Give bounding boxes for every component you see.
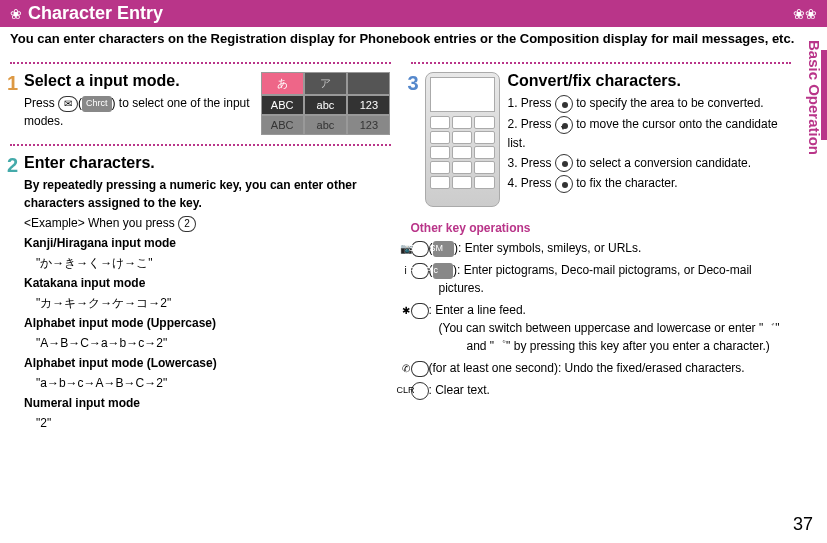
mode-tab: 123 bbox=[347, 115, 390, 135]
clover-icon-right: ❀❀ bbox=[793, 6, 817, 22]
dpad-down-icon bbox=[555, 116, 573, 134]
softkey-label: Chrct bbox=[82, 96, 112, 112]
text: Press bbox=[521, 156, 555, 170]
text: to fix the character. bbox=[573, 176, 678, 190]
mode-tab: abc bbox=[304, 115, 347, 135]
text: Press bbox=[521, 96, 555, 110]
extra-desc: (You can switch between uppercase and lo… bbox=[467, 319, 792, 355]
call-key-icon: ✆ bbox=[411, 361, 429, 377]
text: Press bbox=[24, 96, 58, 110]
step-body: Convert/fix characters. 1. Press to spec… bbox=[508, 72, 792, 207]
mode-tab: ABC bbox=[261, 115, 304, 135]
main-content: 1 Select a input mode. Press ✉(Chrct) to… bbox=[0, 54, 827, 446]
mode-name: Katakana input mode bbox=[24, 274, 391, 292]
desc: : Clear text. bbox=[429, 383, 490, 397]
step-number: 2 bbox=[7, 154, 18, 177]
numeric-key-2: 2 bbox=[178, 216, 196, 232]
mode-tab: ABC bbox=[261, 95, 304, 115]
other-item: 📷(SB・SM): Enter symbols, smileys, or URL… bbox=[411, 239, 792, 257]
mode-seq: "2" bbox=[36, 414, 391, 432]
phone-illustration bbox=[425, 72, 500, 207]
mode-name: Alphabet input mode (Lowercase) bbox=[24, 354, 391, 372]
clr-key-icon: CLR bbox=[411, 382, 429, 400]
text: to select a conversion candidate. bbox=[573, 156, 751, 170]
text: Press bbox=[521, 117, 555, 131]
separator bbox=[411, 62, 792, 64]
mode-tab: あ bbox=[261, 72, 304, 95]
list-num: 1. bbox=[508, 96, 518, 110]
step-3: 3 Convert/fix characters. 1. Press bbox=[411, 72, 792, 207]
mail-key-icon: ✉ bbox=[58, 96, 78, 112]
other-item: ✆(for at least one second): Undo the fix… bbox=[411, 359, 792, 377]
mode-name: Kanji/Hiragana input mode bbox=[24, 234, 391, 252]
step-2: 2 Enter characters. By repeatedly pressi… bbox=[10, 154, 391, 432]
dpad-icon bbox=[555, 154, 573, 172]
dpad-center-icon bbox=[555, 175, 573, 193]
step-title: Convert/fix characters. bbox=[508, 72, 792, 90]
mode-seq: "a→b→c→A→B→C→2" bbox=[36, 374, 391, 392]
intro-text: You can enter characters on the Registra… bbox=[0, 27, 827, 54]
separator bbox=[10, 62, 391, 64]
mode-tab: 123 bbox=[347, 95, 390, 115]
other-item: ✱: Enter a line feed. (You can switch be… bbox=[411, 301, 792, 355]
mode-name: Numeral input mode bbox=[24, 394, 391, 412]
mode-name: Alphabet input mode (Uppercase) bbox=[24, 314, 391, 332]
step-1: 1 Select a input mode. Press ✉(Chrct) to… bbox=[10, 72, 391, 130]
softkey-pill: SB・SM bbox=[433, 241, 455, 257]
list-num: 4. bbox=[508, 176, 518, 190]
step-body: Press ✉(Chrct) to select one of the inpu… bbox=[24, 94, 264, 130]
mode-seq: "A→B→C→a→b→c→2" bbox=[36, 334, 391, 352]
separator bbox=[10, 144, 391, 146]
input-mode-tabs-image: あ ア ABC abc 123 ABC abc 123 bbox=[261, 72, 391, 135]
page-number: 37 bbox=[793, 514, 813, 535]
header-bar: ❀ Character Entry ❀❀ bbox=[0, 0, 827, 27]
mode-tab: abc bbox=[304, 95, 347, 115]
other-operations-heading: Other key operations bbox=[411, 221, 792, 235]
mode-tab: ア bbox=[304, 72, 347, 95]
step-number: 1 bbox=[7, 72, 18, 95]
clover-icon: ❀ bbox=[10, 6, 22, 22]
mode-seq: "カ→キ→ク→ケ→コ→2" bbox=[36, 294, 391, 312]
right-column: 3 Convert/fix characters. 1. Press bbox=[411, 54, 818, 446]
dpad-icon bbox=[555, 95, 573, 113]
desc: : Enter a line feed. bbox=[429, 303, 526, 317]
softkey-pill: Pi・Pic bbox=[433, 263, 454, 279]
left-column: 1 Select a input mode. Press ✉(Chrct) to… bbox=[10, 54, 391, 446]
other-item: i(Pi・Pic): Enter pictograms, Deco-mail p… bbox=[411, 261, 792, 297]
text: Press bbox=[521, 176, 555, 190]
step-body: By repeatedly pressing a numeric key, yo… bbox=[24, 176, 391, 432]
star-key-icon: ✱ bbox=[411, 303, 429, 319]
desc: : Enter symbols, smileys, or URLs. bbox=[458, 241, 641, 255]
list-num: 3. bbox=[508, 156, 518, 170]
mode-seq: "か→き→く→け→こ" bbox=[36, 254, 391, 272]
other-item: CLR: Clear text. bbox=[411, 381, 792, 400]
step-title: Enter characters. bbox=[24, 154, 391, 172]
lead-text: By repeatedly pressing a numeric key, yo… bbox=[24, 176, 391, 212]
desc: : Enter pictograms, Deco-mail pictograms… bbox=[439, 263, 752, 295]
step-number: 3 bbox=[408, 72, 419, 95]
list-num: 2. bbox=[508, 117, 518, 131]
desc: (for at least one second): Undo the fixe… bbox=[429, 361, 745, 375]
example-label: <Example> When you press bbox=[24, 216, 178, 230]
text: to specify the area to be converted. bbox=[573, 96, 764, 110]
page-title: Character Entry bbox=[28, 3, 163, 24]
mode-tab bbox=[347, 72, 390, 95]
